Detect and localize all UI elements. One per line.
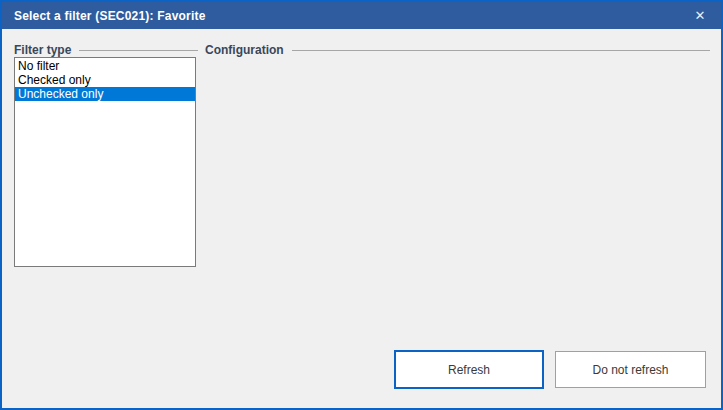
refresh-button[interactable]: Refresh <box>394 350 544 389</box>
filter-type-label: Filter type <box>14 43 71 57</box>
filter-dialog: Select a filter (SEC021): Favorite ✕ Fil… <box>0 0 723 410</box>
list-item-no-filter[interactable]: No filter <box>15 59 195 73</box>
titlebar: Select a filter (SEC021): Favorite ✕ <box>2 2 721 29</box>
dialog-title: Select a filter (SEC021): Favorite <box>14 9 206 23</box>
dialog-content: Filter type Configuration No filter Chec… <box>2 29 721 408</box>
filter-type-listbox[interactable]: No filter Checked only Unchecked only <box>14 57 196 267</box>
refresh-button-label: Refresh <box>448 363 490 377</box>
close-icon[interactable]: ✕ <box>689 5 711 27</box>
list-item-checked-only[interactable]: Checked only <box>15 73 195 87</box>
configuration-label: Configuration <box>205 43 284 57</box>
do-not-refresh-button-label: Do not refresh <box>592 363 668 377</box>
filter-type-group-header: Filter type <box>14 43 198 57</box>
configuration-group-header: Configuration <box>205 43 710 57</box>
filter-type-rule <box>79 50 198 51</box>
configuration-rule <box>292 50 710 51</box>
list-item-unchecked-only[interactable]: Unchecked only <box>15 87 195 101</box>
do-not-refresh-button[interactable]: Do not refresh <box>555 351 706 388</box>
